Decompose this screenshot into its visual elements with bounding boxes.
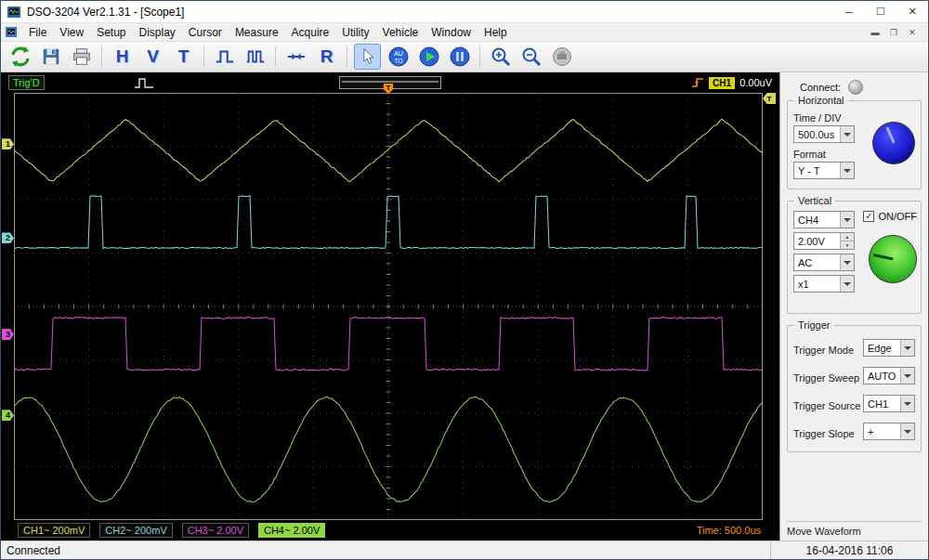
menu-view[interactable]: View — [53, 25, 90, 40]
zoom-out-icon — [520, 46, 543, 68]
edge-trigger-button[interactable] — [211, 44, 238, 70]
v-label: V — [147, 46, 159, 67]
move-waveform-label: Move Waveform — [787, 526, 861, 537]
print-button[interactable] — [68, 44, 95, 70]
trigger-source-label: Trigger Source — [793, 400, 860, 411]
trig-status-badge: Trig'D — [8, 75, 45, 90]
horizontal-button[interactable]: H — [109, 44, 136, 70]
autoset-button[interactable]: AU TO — [385, 44, 412, 70]
status-bar: Connected 16-04-2016 11:06 — [1, 540, 928, 559]
channel4-label[interactable]: CH4~ 2.00V — [258, 523, 325, 538]
menu-cursor[interactable]: Cursor — [182, 25, 229, 40]
menu-acquire[interactable]: Acquire — [285, 25, 336, 40]
center-arrows-icon — [285, 46, 307, 67]
channel3-label[interactable]: CH3~ 2.00V — [182, 523, 249, 538]
cursor-tool-button[interactable] — [354, 44, 381, 70]
channel2-flag[interactable]: 2 — [2, 232, 14, 243]
scope-document-icon — [5, 26, 18, 39]
toolbar: H V T R — [1, 41, 928, 72]
menu-utility[interactable]: Utility — [335, 25, 375, 40]
vertical-button[interactable]: V — [139, 44, 166, 70]
square-wave-icon — [214, 46, 236, 67]
coupling-select[interactable]: AC — [793, 254, 855, 271]
record-button[interactable]: R — [313, 44, 340, 70]
channel3-flag[interactable]: 3 — [2, 329, 14, 340]
menu-vehicle[interactable]: Vehicle — [376, 25, 425, 40]
onoff-checkbox[interactable]: ✓ — [863, 211, 874, 222]
pulse-wave-icon — [244, 46, 267, 67]
menu-file[interactable]: File — [22, 25, 53, 40]
probe-select[interactable]: x1 — [793, 275, 855, 293]
mdi-minimize-icon[interactable]: ▬ — [869, 28, 882, 37]
channel4-flag[interactable]: 4 — [2, 410, 14, 421]
minimize-icon[interactable]: ─ — [833, 1, 865, 22]
mdi-restore-icon[interactable]: ❐ — [887, 28, 900, 37]
close-icon[interactable]: ✕ — [896, 1, 928, 22]
vertical-channel-select[interactable]: CH4 — [793, 211, 855, 228]
trigger-type-glyph-icon — [134, 77, 154, 89]
spin-up-icon[interactable]: ▲ — [841, 233, 854, 241]
connect-label: Connect: — [800, 82, 841, 93]
time-div-label: Time / DIV — [793, 112, 842, 124]
scope-area: Trig'D CH1 0.00uV — [1, 72, 779, 540]
knob-pointer — [885, 126, 896, 144]
dropdown-arrow-icon — [900, 423, 914, 439]
horizontal-knob[interactable] — [872, 122, 915, 164]
vertical-group-title: Vertical — [794, 195, 835, 206]
connect-button[interactable] — [7, 44, 33, 70]
format-select[interactable]: Y - T — [793, 162, 855, 179]
hardcopy-icon — [551, 46, 573, 68]
trigger-source-select[interactable]: CH1 — [863, 395, 915, 412]
pause-icon — [449, 46, 471, 68]
zoom-in-icon — [490, 46, 512, 68]
knob-pointer — [872, 254, 893, 261]
trigger-level-marker[interactable]: T — [763, 93, 776, 104]
scope-waveforms — [14, 93, 763, 520]
autoset-icon: AU TO — [387, 46, 410, 68]
menu-measure[interactable]: Measure — [229, 25, 285, 40]
zoom-in-button[interactable] — [487, 44, 514, 70]
spin-down-icon[interactable]: ▼ — [841, 241, 854, 249]
vertical-knob[interactable] — [869, 235, 917, 283]
channel2-label[interactable]: CH2~ 200mV — [99, 523, 172, 538]
save-button[interactable] — [37, 44, 64, 70]
menu-window[interactable]: Window — [425, 25, 478, 40]
trigger-mode-select[interactable]: Edge — [863, 339, 915, 357]
vertical-scale-spinner[interactable]: 2.00V ▲▼ — [793, 232, 855, 250]
channel1-flag[interactable]: 1 — [2, 138, 14, 150]
mdi-close-icon[interactable]: ✕ — [906, 28, 919, 37]
menu-help[interactable]: Help — [478, 25, 514, 40]
run-button[interactable] — [415, 44, 442, 70]
center-waveform-button[interactable] — [282, 44, 309, 70]
t-label: T — [178, 46, 190, 67]
mdi-controls: ▬ ❐ ✕ — [869, 28, 924, 37]
channel1-label[interactable]: CH1~ 200mV — [18, 523, 90, 538]
window-title: DSO-3204 Ver2.1.31 - [Scope1] — [27, 6, 184, 19]
control-panel: Connect: Horizontal Time / DIV 500.0us F… — [779, 72, 928, 540]
dropdown-arrow-icon — [840, 126, 854, 142]
trigger-slope-select[interactable]: + — [863, 423, 915, 440]
trigger-button[interactable]: T — [170, 44, 197, 70]
title-bar: DSO-3204 Ver2.1.31 - [Scope1] ─ ☐ ✕ — [1, 1, 928, 23]
trigger-sweep-select[interactable]: AUTO — [863, 367, 915, 384]
menu-display[interactable]: Display — [133, 25, 182, 40]
pulse-trigger-button[interactable] — [242, 44, 268, 70]
play-icon — [418, 46, 440, 68]
spinner-arrows[interactable]: ▲▼ — [840, 233, 854, 249]
time-div-select[interactable]: 500.0us — [793, 125, 855, 143]
zoom-out-button[interactable] — [517, 44, 544, 70]
trigger-group-title: Trigger — [794, 319, 833, 331]
timebase-label: Time: 500.0us — [697, 525, 761, 536]
h-label: H — [116, 46, 129, 67]
dropdown-arrow-icon — [900, 396, 914, 411]
r-label: R — [321, 46, 334, 67]
move-waveform-section: Move Waveform — [787, 521, 922, 537]
hardcopy-button[interactable] — [548, 44, 575, 70]
onoff-row: ✓ ON/OFF — [863, 211, 917, 222]
scope-display[interactable]: T T 1 2 3 4 — [14, 93, 763, 520]
maximize-icon[interactable]: ☐ — [865, 1, 896, 22]
horizontal-group-title: Horizontal — [794, 95, 848, 106]
pause-button[interactable] — [446, 44, 473, 70]
connect-button-sphere[interactable] — [848, 80, 863, 95]
menu-setup[interactable]: Setup — [90, 25, 132, 40]
